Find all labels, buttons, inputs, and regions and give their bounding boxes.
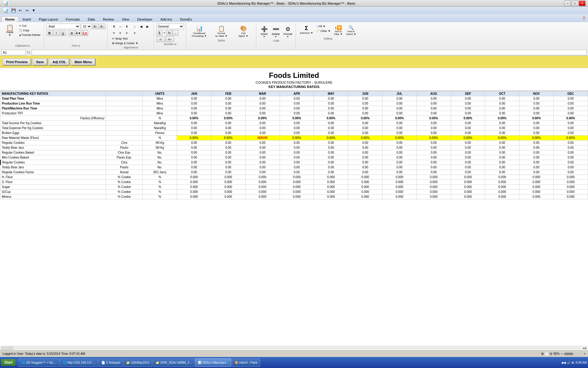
justify-button[interactable]: ≡ [132, 30, 138, 36]
row-value[interactable]: 0.000 [211, 185, 246, 190]
tab-add-ins[interactable]: Add-Ins [156, 16, 176, 22]
minimize-button[interactable]: ─ [564, 1, 571, 6]
row-value[interactable]: 0.00 [485, 165, 519, 170]
row-value[interactable]: 0.00 [383, 131, 417, 136]
table-row[interactable]: Production Line Run TimeMins0.000.000.00… [1, 101, 588, 106]
row-value[interactable]: 0.00 [383, 140, 417, 145]
table-row[interactable]: Factory Efficiency%0.00%0.00%0.00%0.00%0… [1, 116, 588, 121]
conditional-formatting-button[interactable]: 📊 ConditionalFormatting ▼ [189, 24, 210, 38]
table-row[interactable]: H. Flour% Cookie%0.0000.0000.0000.0000.0… [1, 175, 588, 180]
redo-button[interactable]: ↪ [24, 8, 30, 13]
row-value[interactable]: 0.00 [519, 145, 554, 150]
row-value[interactable]: 0.00 [383, 160, 417, 165]
number-format-select[interactable]: General [156, 24, 184, 29]
row-value[interactable]: 0.00 [451, 145, 485, 150]
row-value[interactable]: 0.000 [383, 194, 417, 199]
align-bottom-button[interactable]: ⬇ [124, 24, 130, 29]
spreadsheet-main[interactable]: Foods Limited COOKIES PRODUCTION FACTORY… [0, 68, 588, 346]
row-value[interactable]: 0.00 [280, 155, 314, 160]
row-value[interactable]: 0.00 [451, 131, 485, 136]
row-value[interactable]: 0.00% [348, 116, 383, 121]
row-value[interactable]: 0.000 [417, 180, 451, 185]
row-value[interactable]: 0.00 [314, 131, 348, 136]
row-value[interactable]: 0.00 [348, 101, 383, 106]
row-value[interactable]: 0.00 [519, 140, 554, 145]
table-row[interactable]: Total Plan TimeMins0.000.000.000.000.000… [1, 96, 588, 101]
row-value[interactable]: 0.00% [211, 116, 246, 121]
row-value[interactable]: 0.00 [554, 155, 588, 160]
row-value[interactable]: 0.00% [485, 116, 519, 121]
taskbar-paint[interactable]: 🎨 mbm4 - Paint [232, 358, 260, 367]
row-value[interactable]: 0.00 [211, 106, 246, 111]
row-value[interactable]: 0.000 [211, 180, 246, 185]
row-value[interactable]: 0.000 [314, 185, 348, 190]
row-value[interactable]: 0.00 [177, 160, 211, 165]
row-value[interactable]: 0.00 [417, 101, 451, 106]
row-value[interactable]: 0.000 [348, 185, 383, 190]
row-value[interactable]: 0.00 [314, 96, 348, 101]
autosum-button[interactable]: Σ AutoSum ▼ [298, 24, 315, 35]
row-value[interactable]: 0.00 [417, 131, 451, 136]
taskbar-notepad[interactable]: 📄 5 Notepad [99, 358, 123, 367]
row-value[interactable]: 0.000 [383, 190, 417, 194]
text-direction-button[interactable]: ↕ [132, 24, 138, 29]
row-value[interactable]: 0.000 [451, 180, 485, 185]
paste-button[interactable]: 📋 Paste ▼ [3, 24, 17, 37]
decimal-increase-button[interactable]: .0↑ [156, 36, 165, 42]
row-value[interactable]: 0.00 [245, 106, 280, 111]
row-value[interactable]: 0.00% [417, 116, 451, 121]
row-value[interactable]: 0.00 [245, 101, 280, 106]
row-value[interactable]: 0.00% [314, 116, 348, 121]
formula-input[interactable] [32, 50, 587, 55]
row-value[interactable]: 0.000 [485, 194, 519, 199]
row-value[interactable]: 0.00 [417, 155, 451, 160]
cut-button[interactable]: ✂ Cut [18, 24, 42, 28]
row-value[interactable]: 0.00 [211, 165, 246, 170]
font-size-decrease-button[interactable]: A↓ [99, 24, 105, 29]
table-row[interactable]: Total Income Per Kg CookiesNaira/Kg0.000… [1, 121, 588, 126]
tab-doneex[interactable]: DoneEx [176, 16, 196, 22]
row-value[interactable]: 0.00 [348, 160, 383, 165]
row-value[interactable]: 0.000 [485, 190, 519, 194]
row-value[interactable]: 0.000 [314, 190, 348, 194]
copy-button[interactable]: 📋 Copy [18, 28, 42, 33]
align-left-button[interactable]: ≡ [111, 30, 117, 36]
row-value[interactable]: 0.00 [177, 131, 211, 136]
row-value[interactable]: 0.00% [177, 116, 211, 121]
row-value[interactable]: 0.00 [519, 170, 554, 175]
tab-view[interactable]: View [118, 16, 133, 22]
row-value[interactable]: 0.00 [485, 150, 519, 155]
row-value[interactable]: 0.000 [211, 194, 246, 199]
row-value[interactable]: 0.00 [485, 101, 519, 106]
row-value[interactable]: 0.000 [245, 180, 280, 185]
tab-formulas[interactable]: Formulas [62, 16, 84, 22]
row-value[interactable]: 0.00 [451, 165, 485, 170]
row-value[interactable]: 0.000 [417, 194, 451, 199]
row-value[interactable]: 0.000 [451, 185, 485, 190]
row-value[interactable]: 0.00% [417, 136, 451, 140]
table-row[interactable]: Regular CookiesCtnsWt-Kg0.000.000.000.00… [1, 140, 588, 145]
row-value[interactable]: 0.00 [417, 165, 451, 170]
row-value[interactable]: 0.000 [280, 185, 314, 190]
row-value[interactable]: 0.00 [417, 126, 451, 131]
row-value[interactable]: 0.00 [485, 96, 519, 101]
row-value[interactable]: 0.000 [280, 180, 314, 185]
row-value[interactable]: 0.00% [554, 116, 588, 121]
row-value[interactable]: 0.00 [417, 170, 451, 175]
merge-center-button[interactable]: ⊞ Merge & Center ▼ [111, 41, 139, 45]
row-value[interactable]: 0.00 [177, 106, 211, 111]
row-value[interactable]: 0.00 [314, 160, 348, 165]
row-value[interactable]: 0.00 [280, 160, 314, 165]
table-row[interactable]: Teddy Bear JarsPacksWt-Kg0.000.000.000.0… [1, 145, 588, 150]
undo-button[interactable]: ↩ [17, 8, 23, 13]
row-value[interactable]: 0.00 [383, 106, 417, 111]
table-row[interactable]: Minera% Cookie%0.0000.0000.0000.0000.000… [1, 194, 588, 199]
row-value[interactable]: 0.00 [554, 140, 588, 145]
row-value[interactable]: 0.000 [554, 180, 588, 185]
row-value[interactable]: 0.000 [348, 194, 383, 199]
row-value[interactable]: 0.00% [554, 136, 588, 140]
row-value[interactable]: 0.00 [177, 126, 211, 131]
fill-button[interactable]: ↓ Fill ▼ [315, 24, 332, 29]
align-top-button[interactable]: ⬆ [111, 24, 117, 29]
row-value[interactable]: 0.000 [245, 190, 280, 194]
